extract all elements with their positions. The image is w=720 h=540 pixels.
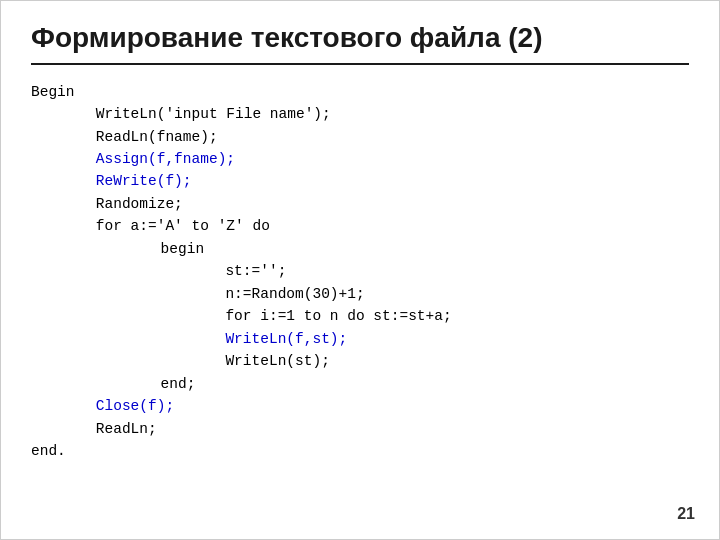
code-line-9: st:=''; [31, 260, 689, 282]
code-line-8: begin [31, 238, 689, 260]
code-line-12: WriteLn(f,st); [31, 328, 689, 350]
code-line-13: WriteLn(st); [31, 350, 689, 372]
code-line-1: Begin [31, 81, 689, 103]
code-line-15: Close(f); [31, 395, 689, 417]
code-line-10: n:=Random(30)+1; [31, 283, 689, 305]
slide: Формирование текстового файла (2) Begin … [0, 0, 720, 540]
code-line-16: ReadLn; [31, 418, 689, 440]
code-line-5: ReWrite(f); [31, 170, 689, 192]
code-line-11: for i:=1 to n do st:=st+a; [31, 305, 689, 327]
code-line-6: Randomize; [31, 193, 689, 215]
code-line-17: end. [31, 440, 689, 462]
code-line-14: end; [31, 373, 689, 395]
slide-title: Формирование текстового файла (2) [31, 21, 689, 65]
code-line-4: Assign(f,fname); [31, 148, 689, 170]
code-line-7: for a:='A' to 'Z' do [31, 215, 689, 237]
code-line-3: ReadLn(fname); [31, 126, 689, 148]
code-block: Begin WriteLn('input File name'); ReadLn… [31, 81, 689, 463]
page-number: 21 [677, 505, 695, 523]
code-line-2: WriteLn('input File name'); [31, 103, 689, 125]
